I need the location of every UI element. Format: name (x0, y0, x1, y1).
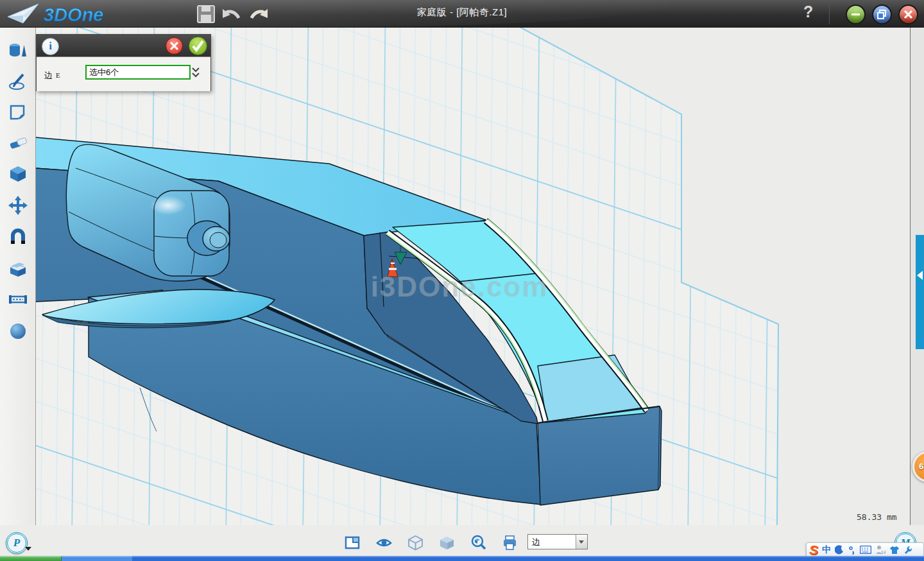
os-taskbar[interactable] (0, 556, 924, 561)
dialog-body: 边 E (37, 56, 210, 91)
edge-selection-input[interactable] (85, 65, 191, 80)
minimize-button[interactable] (846, 4, 866, 24)
caret-down-icon (579, 540, 584, 544)
left-toolbar (0, 27, 36, 525)
badge-count: 63 (919, 462, 924, 471)
confirm-button[interactable] (189, 37, 207, 55)
selection-dialog: i 边 E (36, 34, 211, 91)
ime-language-toggle[interactable]: 中 (822, 544, 831, 556)
sketch-draw-icon[interactable] (8, 71, 28, 91)
dropdown-button[interactable] (576, 535, 587, 549)
minimize-icon (851, 13, 860, 15)
feature-cube-icon[interactable] (8, 164, 28, 184)
punctuation-icon[interactable] (848, 545, 856, 555)
zoom-cube-icon[interactable] (470, 534, 487, 551)
move-icon[interactable] (8, 195, 28, 216)
viewport-canvas[interactable]: i3DOne.com (35, 27, 910, 526)
edge-field-key: E (56, 71, 60, 79)
edge-field-label: 边 (44, 70, 53, 82)
svg-text:14: 14 (881, 550, 886, 555)
restore-icon (873, 6, 891, 23)
halfwidth-moon-icon[interactable] (835, 545, 844, 555)
panel-expand-tab[interactable] (916, 235, 924, 349)
chevron-double-down-icon[interactable] (191, 66, 201, 80)
selection-filter-dropdown[interactable]: 边 (527, 534, 588, 549)
measurement-readout: 58.33 mm (857, 512, 908, 522)
shaded-cube-icon[interactable] (438, 534, 456, 551)
scene-3d: i3DOne.com (35, 27, 910, 525)
magnet-icon[interactable] (8, 227, 28, 247)
user-wordlib-icon[interactable]: 14 (875, 545, 886, 555)
close-icon (166, 38, 182, 54)
watermark-text: i3DOne.com (371, 271, 549, 302)
titlebar-divider (829, 3, 830, 24)
info-icon: i (42, 38, 59, 55)
print-icon[interactable] (501, 534, 518, 551)
skin-shirt-icon[interactable] (889, 546, 900, 555)
combine-box-icon[interactable] (8, 258, 28, 279)
view-toolbar (344, 533, 518, 552)
property-corner-button[interactable]: P (6, 532, 28, 554)
primitives-icon[interactable] (8, 40, 28, 60)
bottom-bar: P M 边 (0, 525, 924, 556)
ime-toolbar: S 中 14 (806, 542, 924, 557)
sphere-icon[interactable] (8, 321, 28, 341)
cancel-button[interactable] (166, 37, 183, 55)
eraser-icon[interactable] (8, 133, 28, 153)
visibility-eye-icon[interactable] (375, 534, 393, 551)
filter-value: 边 (532, 537, 540, 548)
clamp-icon[interactable] (8, 289, 28, 309)
dialog-titlebar[interactable] (37, 35, 210, 56)
p-label: P (13, 537, 20, 549)
caret-down-icon[interactable] (25, 547, 31, 551)
help-button[interactable]: ? (803, 3, 813, 21)
3done-app: { "titlebar": { "logo_text": "3DOne", "t… (0, 0, 924, 561)
close-icon (900, 6, 917, 23)
viewport-layout-icon[interactable] (344, 534, 361, 551)
window-title: 家庭版 - [阿帕奇.Z1] (0, 6, 924, 19)
keyboard-icon[interactable] (860, 546, 871, 554)
check-icon (189, 37, 207, 55)
close-button[interactable] (898, 4, 918, 24)
titlebar: 3DOne 家庭版 - [阿帕奇.Z1] ? (0, 0, 924, 28)
chevron-left-icon (917, 271, 923, 280)
restore-button[interactable] (872, 4, 892, 24)
taskbar-highlight (0, 556, 924, 557)
wireframe-cube-icon[interactable] (407, 534, 424, 551)
sogou-logo-icon[interactable]: S (809, 544, 818, 557)
settings-wrench-icon[interactable] (903, 545, 913, 555)
sketch-plane-icon[interactable] (8, 102, 28, 123)
